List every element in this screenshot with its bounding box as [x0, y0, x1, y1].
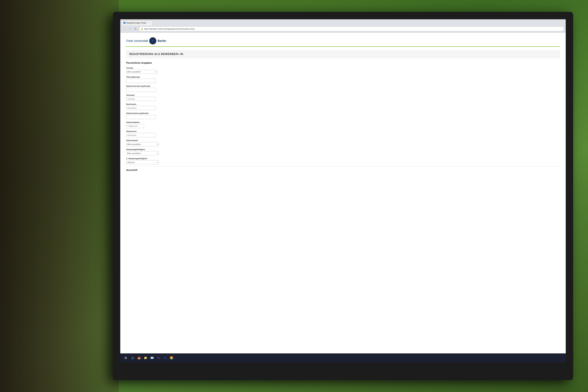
windows-start-button[interactable]: ⊞ [123, 355, 128, 361]
back-button[interactable]: ← [122, 26, 126, 31]
geburtsort-label: Geburtsort: [126, 130, 560, 132]
staatsangehoerigkeit-select-wrapper: Bitte auswählen Deutsch Österreichisch [126, 151, 159, 155]
taskview-icon: ❑ [132, 356, 134, 359]
geburtsland-group: Geburtsland: Bitte auswählen Deutschland… [126, 139, 560, 146]
geburtsname-label: Geburtsname (optional): [126, 112, 560, 114]
taskbar-firefox-button[interactable]: 🦊 [136, 355, 142, 360]
staatsangehoerigkeit2-group: 2. Staatsangehörigkeit: Optional Deutsch… [126, 158, 560, 164]
staatsangehoerigkeit-label: Staatsangehörigkeit: [126, 148, 560, 150]
firefox-icon: 🦊 [137, 356, 141, 360]
geburtsname-input[interactable] [126, 115, 156, 119]
geburtsort-input[interactable] [126, 133, 156, 137]
page-content: Freie Universität FU Berlin REGISTRIERUN… [120, 33, 566, 362]
tab-favicon [124, 22, 126, 24]
namensvorsatz-group: Namensvorsatz (optional): [126, 85, 560, 92]
geburtsland-select-wrapper: Bitte auswählen Deutschland Österreich S… [126, 142, 159, 146]
section-personal-title: Persönliche Angaben [126, 62, 560, 64]
namensvorsatz-label: Namensvorsatz (optional): [126, 85, 560, 87]
outlook-icon: 📧 [150, 356, 154, 360]
tab-label: Registrierungs-Portal - [126, 22, 147, 24]
browser-tabs: Registrierungs-Portal - × [120, 19, 566, 25]
geburtsname-group: Geburtsname (optional): [126, 112, 560, 119]
nachname-input[interactable] [126, 106, 156, 110]
browser-toolbar: ← → ↻ 🔒 https://identity.fu-berlin.de/re… [120, 25, 566, 32]
anrede-select-wrapper: Bitte auswählen Herr Frau Divers [126, 70, 158, 74]
anrede-label: Anrede: [126, 67, 560, 69]
geburtsdatum-label: Geburtsdatum: [126, 121, 560, 124]
reload-button[interactable]: ↻ [133, 26, 138, 31]
taskbar: ⊞ ❑ 🦊 📁 📧 🛍 e [120, 354, 566, 362]
taskbar-store-button[interactable]: 🛍 [156, 355, 161, 360]
address-bar[interactable]: 🔒 https://identity.fu-berlin.de/registra… [139, 26, 564, 31]
titel-label: Titel (optional): [126, 76, 560, 78]
vorname-input[interactable] [126, 97, 156, 101]
logo-text-left: Freie Universität [126, 39, 148, 42]
geburtsort-group: Geburtsort: [126, 130, 560, 137]
anrede-group: Anrede: Bitte auswählen Herr Frau Divers [126, 67, 560, 74]
taskbar-chrome-button[interactable] [169, 355, 174, 360]
windows-logo-icon: ⊞ [124, 356, 127, 360]
forward-button[interactable]: → [128, 26, 132, 31]
namensvorsatz-input[interactable] [126, 88, 156, 92]
staatsangehoerigkeit2-select-wrapper: Optional Deutsch Österreichisch [126, 160, 159, 164]
nachname-group: Nachname: [126, 103, 560, 110]
geburtsdatum-group: Geburtsdatum: [126, 121, 560, 128]
fu-logo-area: Freie Universität FU Berlin [126, 37, 560, 47]
staatsangehoerigkeit-select[interactable]: Bitte auswählen Deutsch Österreichisch [126, 151, 159, 155]
browser-chrome: Registrierungs-Portal - × ← → ↻ 🔒 https:… [120, 19, 566, 33]
folder-icon: 📁 [144, 356, 147, 360]
staatsangehoerigkeit-group: Staatsangehörigkeit: Bitte auswählen Deu… [126, 148, 560, 155]
logo-text-right: Berlin [158, 39, 166, 42]
taskbar-outlook-button[interactable]: 📧 [150, 355, 155, 360]
titel-group: Titel (optional): [126, 76, 560, 83]
tab-close-button[interactable]: × [148, 22, 150, 24]
store-icon: 🛍 [157, 356, 160, 360]
geburtsland-label: Geburtsland: [126, 139, 560, 142]
taskbar-taskview-button[interactable]: ❑ [130, 355, 135, 360]
page-heading: REGISTRIERUNG ALS BEWERBER/–IN [126, 50, 560, 58]
edge-icon: e [164, 356, 166, 360]
section-anschrift-title: Anschrift [126, 166, 560, 172]
browser-tab-active[interactable]: Registrierungs-Portal - × [122, 20, 152, 25]
titel-input[interactable] [126, 79, 156, 83]
staatsangehoerigkeit2-select[interactable]: Optional Deutsch Österreichisch [126, 160, 159, 164]
fu-seal: FU [149, 37, 156, 44]
lock-icon: 🔒 [141, 28, 143, 30]
monitor-screen: Registrierungs-Portal - × ← → ↻ 🔒 https:… [120, 19, 566, 362]
nachname-label: Nachname: [126, 103, 560, 105]
geburtsdatum-input[interactable] [126, 124, 144, 128]
geburtsland-select[interactable]: Bitte auswählen Deutschland Österreich S… [126, 142, 159, 146]
staatsangehoerigkeit2-label: 2. Staatsangehörigkeit: [126, 158, 560, 160]
url-text: https://identity.fu-berlin.de/registrati… [144, 28, 195, 30]
taskbar-edge-button[interactable]: e [162, 355, 168, 360]
anrede-select[interactable]: Bitte auswählen Herr Frau Divers [126, 70, 158, 74]
vorname-label: Vorname: [126, 94, 560, 96]
person-silhouette [0, 0, 119, 392]
monitor-frame: Registrierungs-Portal - × ← → ↻ 🔒 https:… [113, 12, 573, 380]
taskbar-folder-button[interactable]: 📁 [143, 355, 148, 360]
vorname-group: Vorname: [126, 94, 560, 101]
chrome-icon [170, 356, 173, 360]
